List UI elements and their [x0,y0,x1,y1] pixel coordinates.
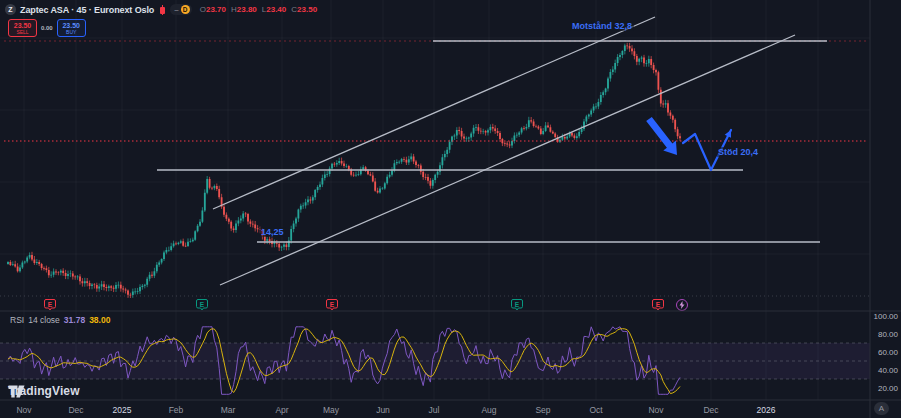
buy-button[interactable]: 23.50 BUY [57,19,86,37]
earnings-marker-letter: E [200,301,205,308]
down-arrow-drawing [646,117,677,155]
earnings-marker-letter: E [330,301,335,308]
low-value: 23.40 [266,5,286,14]
rsi-scale-label: 80.00 [878,330,898,339]
resistance-label[interactable]: Motstånd 32,8 [570,21,634,31]
earnings-marker-letter: E [656,301,661,308]
rsi-scale-label: 60.00 [878,348,898,357]
time-axis-label: Jun [376,405,390,415]
buy-price: 23.50 [62,22,80,29]
sell-price: 23.50 [14,22,32,29]
trendline-lower [220,35,795,285]
open-value: 23.70 [206,5,226,14]
rsi-scale-label: 20.00 [878,384,898,393]
market-status-icon [158,5,166,15]
rsi-legend[interactable]: RSI 14 close 31.78 38.00 [10,315,110,325]
time-axis-label: Sep [535,405,550,415]
high-value: 23.80 [237,5,257,14]
time-axis-label: 2026 [757,405,776,415]
time-axis[interactable]: NovDec2025FebMarAprMayJunJulAugSepOctNov… [0,403,870,418]
rsi-scale-label: 100.00 [874,312,898,321]
time-axis-label: Dec [703,405,718,415]
rsi-title: RSI [10,315,24,325]
earnings-marker-letter: E [48,301,53,308]
chart-header: Z Zaptec ASA · 45 · Euronext Oslo – D O2… [5,3,317,37]
minus-icon: – [174,6,178,14]
rsi-value: 31.78 [64,315,85,325]
level-14-25-label[interactable]: 14,25 [259,227,286,237]
rsi-params: 14 close [28,315,60,325]
chart-canvas[interactable]: EEEEE [0,0,901,418]
candles-up-wicks [8,44,666,298]
close-value: 23.50 [297,5,317,14]
rsi-scale-label: 40.00 [878,366,898,375]
delayed-d-icon: D [181,5,190,14]
sell-label: SELL [16,30,28,35]
rsi-ma-value: 38.00 [89,315,110,325]
time-axis-label: May [323,405,339,415]
delayed-data-badge[interactable]: – D [170,4,191,15]
time-axis-label: Oct [589,405,602,415]
sell-button[interactable]: 23.50 SELL [8,19,37,37]
time-axis-label: Jul [429,405,440,415]
buy-label: BUY [66,30,76,35]
chart-root: EEEEE Z Zaptec ASA · 45 · Euronext Oslo … [0,0,901,418]
symbol-logo[interactable]: Z [5,4,16,15]
earnings-marker-letter: E [515,301,520,308]
time-axis-label: 2025 [113,405,132,415]
support-label[interactable]: Stöd 20,4 [716,147,760,157]
time-axis-label: Mar [221,405,236,415]
tradingview-logo[interactable]: TradingView [8,384,80,398]
time-axis-label: Feb [169,405,184,415]
symbol-title[interactable]: Zaptec ASA · 45 · Euronext Oslo [20,5,154,15]
ohlc-values: O23.70 H23.80 L23.40 C23.50 [200,5,317,14]
axis-settings-button[interactable]: A [874,402,889,415]
time-axis-label: Dec [68,405,83,415]
time-axis-label: Nov [648,405,663,415]
spread-value: 0.00 [40,25,54,31]
time-axis-label: Nov [16,405,31,415]
rsi-price-scale[interactable]: 100.0080.0060.0040.0020.00 [870,311,901,400]
time-axis-label: Apr [275,405,288,415]
tradingview-mark-icon [8,384,25,399]
time-axis-label: Aug [481,405,496,415]
